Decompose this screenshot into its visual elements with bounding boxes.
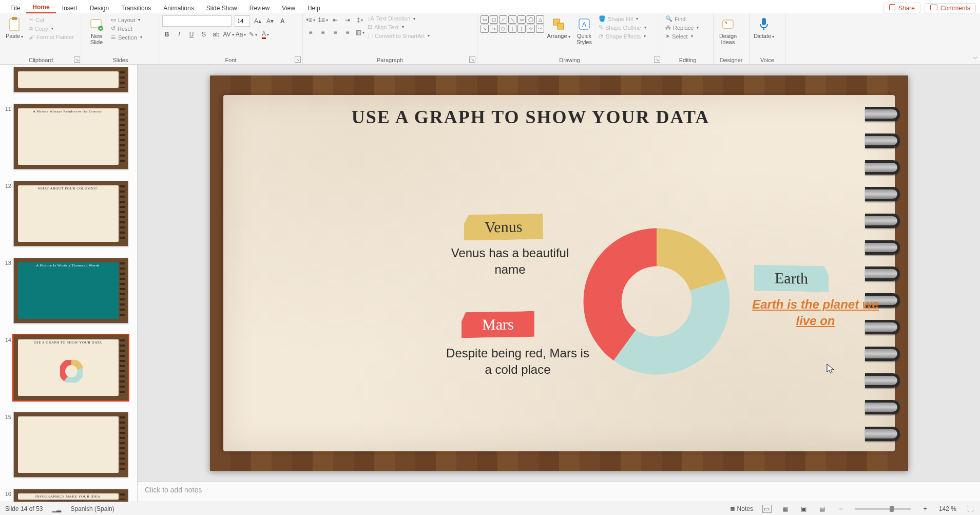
select-button[interactable]: ➤Select▾: [665, 33, 699, 40]
font-dialog-launcher[interactable]: ↘: [295, 56, 301, 63]
align-text-icon: ⊟: [368, 24, 372, 30]
shadow-icon[interactable]: ab: [212, 30, 221, 39]
align-center-icon[interactable]: ≡: [318, 28, 328, 37]
thumb-slide-10-partial[interactable]: [13, 67, 128, 92]
shape-fill-button[interactable]: 🪣Shape Fill▾: [599, 15, 646, 22]
notes-pane[interactable]: Click to add notes: [138, 481, 980, 502]
align-right-icon[interactable]: ≡: [331, 28, 340, 37]
venus-label-tag[interactable]: Venus: [464, 213, 542, 240]
text-direction-button[interactable]: ↕AText Direction▾: [368, 15, 430, 22]
change-case-icon[interactable]: Aa▾: [236, 30, 245, 39]
tab-help[interactable]: Help: [301, 3, 326, 13]
indent-dec-icon[interactable]: ⇤: [331, 15, 340, 25]
zoom-slider[interactable]: [855, 508, 911, 510]
mars-label-tag[interactable]: Mars: [461, 311, 534, 337]
align-left-icon[interactable]: ≡: [306, 28, 315, 37]
reset-button[interactable]: ↺Reset: [111, 25, 142, 32]
strike-icon[interactable]: S: [199, 30, 208, 39]
collapse-ribbon-icon[interactable]: ﹀: [973, 55, 978, 62]
tab-insert[interactable]: Insert: [56, 3, 84, 13]
char-spacing-icon[interactable]: AV▾: [224, 30, 233, 39]
zoom-level[interactable]: 142 %: [939, 505, 956, 512]
section-button[interactable]: ☰Section▾: [111, 34, 142, 41]
find-button[interactable]: 🔍Find: [665, 15, 699, 22]
zoom-in-icon[interactable]: +: [920, 505, 930, 513]
layout-label: Layout: [118, 17, 135, 23]
underline-icon[interactable]: U: [187, 30, 196, 39]
group-voice: Dictate▾ Voice: [750, 13, 785, 64]
thumb-title-16: INFOGRAPHICS MAKE YOUR IDEA UNDERSTANDAB…: [20, 494, 116, 502]
highlight-icon[interactable]: ✎▾: [248, 30, 258, 39]
font-name-input[interactable]: [162, 15, 232, 27]
slide-title[interactable]: USE A GRAPH TO SHOW YOUR DATA: [210, 106, 852, 128]
donut-chart[interactable]: [580, 224, 734, 378]
dictate-button[interactable]: Dictate▾: [753, 15, 775, 40]
design-ideas-button[interactable]: Design Ideas: [717, 15, 739, 45]
tab-review[interactable]: Review: [243, 3, 276, 13]
font-size-input[interactable]: [235, 15, 250, 27]
tab-design[interactable]: Design: [84, 3, 115, 13]
paragraph-dialog-launcher[interactable]: ↘: [469, 56, 475, 63]
view-reading-icon[interactable]: ▣: [799, 505, 809, 513]
thumb-slide-12[interactable]: WHAT ABOUT FOUR COLUMNS?: [13, 181, 128, 246]
columns-icon[interactable]: ▥▾: [355, 28, 364, 37]
thumb-slide-14[interactable]: USE A GRAPH TO SHOW YOUR DATA: [13, 335, 128, 400]
shapes-gallery[interactable]: ▭▢／＼▭◯△ ↘⇢⬡{}☆⋯: [481, 15, 544, 33]
bold-icon[interactable]: B: [162, 30, 171, 39]
notes-toggle[interactable]: ≣ Notes: [730, 505, 753, 512]
convert-smartart-button[interactable]: ⬚Convert to SmartArt▾: [368, 32, 430, 39]
new-slide-button[interactable]: ✦ New Slide: [85, 15, 108, 45]
arrange-button[interactable]: Arrange▾: [547, 15, 570, 40]
bullets-icon[interactable]: •≡▾: [306, 15, 315, 25]
earth-label-tag[interactable]: Earth: [754, 264, 828, 292]
shape-effects-button[interactable]: ◔Shape Effects▾: [599, 33, 646, 40]
venus-description[interactable]: Venus has a beautiful name: [451, 245, 569, 278]
thumb-slide-13[interactable]: A Picture Is Worth a Thousand Words: [13, 258, 128, 323]
group-label-clipboard: Clipboard: [3, 56, 79, 63]
slide-thumbnails-panel[interactable]: 11 A Picture Always Reinforces the Conce…: [0, 65, 138, 502]
decrease-font-icon[interactable]: A▾: [265, 16, 275, 26]
drawing-dialog-launcher[interactable]: ↘: [654, 56, 660, 63]
fit-to-window-icon[interactable]: ⛶: [966, 505, 975, 513]
tab-slideshow[interactable]: Slide Show: [200, 3, 243, 13]
shape-outline-button[interactable]: ✎Shape Outline▾: [599, 24, 646, 31]
clear-formatting-icon[interactable]: A̷: [278, 16, 287, 26]
thumb-slide-16[interactable]: INFOGRAPHICS MAKE YOUR IDEA UNDERSTANDAB…: [13, 489, 128, 502]
indent-inc-icon[interactable]: ⇥: [343, 15, 352, 25]
share-button[interactable]: Share: [883, 3, 920, 13]
thumb-slide-11[interactable]: A Picture Always Reinforces the Concept: [13, 104, 128, 169]
accessibility-icon[interactable]: ▁▂: [52, 505, 61, 512]
zoom-out-icon[interactable]: −: [836, 505, 846, 513]
quick-styles-button[interactable]: A Quick Styles: [573, 15, 595, 45]
line-spacing-icon[interactable]: ‡▾: [355, 15, 364, 25]
tab-file[interactable]: File: [4, 3, 26, 13]
earth-description[interactable]: Earth is the planet we live on: [744, 296, 888, 330]
clipboard-dialog-launcher[interactable]: ↘: [74, 56, 80, 63]
thumb-slide-15[interactable]: [13, 412, 128, 478]
replace-button[interactable]: ⁂Replace▾: [665, 24, 699, 31]
align-text-button[interactable]: ⊟Align Text▾: [368, 24, 430, 30]
justify-icon[interactable]: ≡: [343, 28, 352, 37]
tab-home[interactable]: Home: [26, 2, 55, 13]
view-sorter-icon[interactable]: ▦: [781, 505, 790, 513]
donut-slice-venus[interactable]: [657, 228, 726, 290]
tab-transitions[interactable]: Transitions: [115, 3, 157, 13]
cut-button[interactable]: ✂Cut: [29, 16, 74, 23]
italic-icon[interactable]: I: [175, 30, 184, 39]
paste-button[interactable]: Paste▾: [3, 15, 26, 40]
slide[interactable]: USE A GRAPH TO SHOW YOUR DATA Venus Venu…: [210, 75, 908, 471]
tab-view[interactable]: View: [276, 3, 301, 13]
comments-button[interactable]: Comments: [925, 3, 976, 13]
view-slideshow-icon[interactable]: ▤: [818, 505, 827, 513]
numbering-icon[interactable]: 1≡▾: [318, 15, 328, 25]
mars-description[interactable]: Despite being red, Mars is a cold place: [446, 345, 590, 378]
view-normal-icon[interactable]: ▭: [762, 505, 772, 513]
tab-animations[interactable]: Animations: [157, 3, 200, 13]
font-color-icon[interactable]: A▾: [261, 30, 270, 39]
copy-button[interactable]: ⧉Copy▾: [29, 25, 74, 32]
increase-font-icon[interactable]: A▴: [253, 16, 262, 26]
language-indicator[interactable]: Spanish (Spain): [70, 505, 114, 512]
format-painter-button[interactable]: 🖌Format Painter: [29, 34, 74, 40]
slide-canvas[interactable]: USE A GRAPH TO SHOW YOUR DATA Venus Venu…: [138, 65, 980, 481]
layout-button[interactable]: ▭Layout▾: [111, 16, 142, 23]
